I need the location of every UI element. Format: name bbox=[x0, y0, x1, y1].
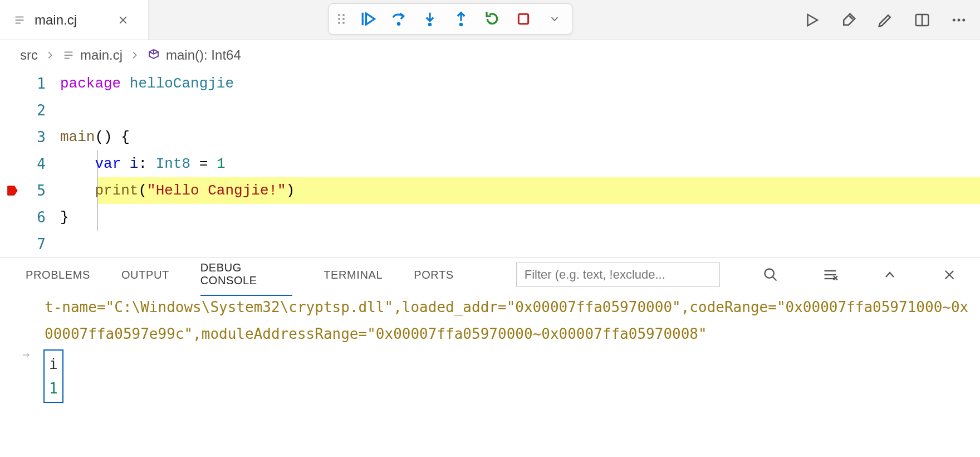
tab-filename: main.cj bbox=[35, 12, 77, 28]
step-out-button[interactable] bbox=[452, 9, 471, 28]
clear-console-icon[interactable] bbox=[821, 265, 839, 284]
svg-point-10 bbox=[342, 22, 345, 24]
breakpoint-gutter[interactable] bbox=[0, 184, 24, 197]
code-content[interactable]: print("Hello Cangjie!") bbox=[60, 182, 295, 199]
code-content[interactable]: var i: Int8 = 1 bbox=[60, 155, 226, 172]
svg-point-29 bbox=[765, 269, 773, 278]
console-eval-output: 1 bbox=[49, 376, 58, 401]
file-icon bbox=[13, 14, 26, 26]
tab-ports[interactable]: PORTS bbox=[414, 261, 454, 289]
tab-output[interactable]: OUTPUT bbox=[121, 261, 169, 289]
panel-tabs: PROBLEMS OUTPUT DEBUG CONSOLE TERMINAL P… bbox=[0, 258, 980, 291]
split-editor-button[interactable] bbox=[912, 10, 932, 30]
debug-more-button[interactable] bbox=[545, 9, 564, 28]
console-log-line: t-name="C:\Windows\System32\cryptsp.dll"… bbox=[11, 294, 969, 347]
tab-terminal[interactable]: TERMINAL bbox=[324, 261, 383, 289]
debug-console-output[interactable]: t-name="C:\Windows\System32\cryptsp.dll"… bbox=[0, 291, 980, 457]
step-into-button[interactable] bbox=[420, 9, 439, 28]
bottom-panel: PROBLEMS OUTPUT DEBUG CONSOLE TERMINAL P… bbox=[0, 257, 980, 457]
console-eval-block: i 1 bbox=[43, 349, 63, 403]
continue-button[interactable] bbox=[358, 9, 377, 28]
drag-grip-icon[interactable] bbox=[337, 12, 346, 26]
line-number: 1 bbox=[24, 75, 60, 92]
breadcrumb-symbol-label: main(): Int64 bbox=[166, 47, 241, 63]
editor-actions bbox=[802, 0, 969, 40]
run-button[interactable] bbox=[802, 10, 822, 30]
svg-rect-18 bbox=[518, 14, 528, 23]
code-content[interactable]: } bbox=[60, 209, 69, 226]
close-tab-button[interactable] bbox=[114, 11, 133, 30]
line-number: 5 bbox=[24, 182, 60, 199]
tab-debug-console[interactable]: DEBUG CONSOLE bbox=[200, 254, 292, 296]
line-number: 4 bbox=[24, 155, 60, 172]
svg-point-9 bbox=[338, 22, 340, 24]
indent-guide bbox=[97, 204, 98, 231]
console-filter-input[interactable] bbox=[516, 262, 720, 287]
tab-bar: main.cj bbox=[0, 0, 980, 40]
stop-button[interactable] bbox=[514, 9, 533, 28]
svg-marker-28 bbox=[8, 186, 17, 196]
line-number: 3 bbox=[24, 129, 60, 145]
search-icon[interactable] bbox=[762, 265, 780, 284]
code-content[interactable]: package helloCangjie bbox=[60, 75, 234, 92]
debug-toolbar bbox=[329, 3, 572, 35]
method-icon bbox=[147, 48, 160, 62]
code-content[interactable]: main() { bbox=[60, 129, 130, 145]
chevron-right-icon bbox=[130, 51, 139, 60]
svg-point-6 bbox=[342, 14, 345, 16]
code-line[interactable]: 7 bbox=[0, 231, 980, 257]
svg-marker-19 bbox=[808, 14, 818, 26]
line-number: 7 bbox=[24, 236, 60, 252]
more-actions-button[interactable] bbox=[949, 10, 969, 30]
chevron-up-icon[interactable] bbox=[881, 265, 898, 284]
svg-line-30 bbox=[772, 277, 776, 281]
svg-point-7 bbox=[338, 18, 340, 20]
prompt-arrow-icon: → bbox=[22, 347, 30, 361]
line-number: 2 bbox=[24, 102, 60, 119]
breadcrumb[interactable]: src main.cj main(): Int64 bbox=[0, 40, 980, 70]
svg-point-17 bbox=[459, 23, 463, 27]
console-eval-input: i bbox=[49, 352, 58, 376]
code-line[interactable]: 3main() { bbox=[0, 124, 980, 150]
edit-button[interactable] bbox=[875, 10, 895, 30]
tab-problems[interactable]: PROBLEMS bbox=[26, 261, 90, 289]
restart-button[interactable] bbox=[483, 9, 502, 28]
breadcrumb-file-label: main.cj bbox=[80, 47, 122, 63]
code-line[interactable]: 6} bbox=[0, 204, 980, 231]
code-line[interactable]: 4 var i: Int8 = 1 bbox=[0, 150, 980, 177]
file-icon bbox=[62, 49, 75, 61]
svg-point-5 bbox=[338, 14, 340, 16]
svg-point-24 bbox=[962, 19, 965, 22]
code-editor[interactable]: 1package helloCangjie23main() {4 var i: … bbox=[0, 70, 980, 257]
editor-tab[interactable]: main.cj bbox=[0, 0, 149, 40]
breakpoint-icon bbox=[6, 184, 18, 197]
code-line[interactable]: 1package helloCangjie bbox=[0, 70, 980, 97]
breadcrumb-file[interactable]: main.cj bbox=[62, 47, 122, 63]
svg-point-15 bbox=[428, 23, 432, 27]
svg-point-23 bbox=[958, 19, 961, 22]
svg-point-22 bbox=[953, 19, 955, 22]
breadcrumb-folder-label: src bbox=[20, 47, 38, 63]
svg-marker-12 bbox=[366, 13, 375, 25]
breadcrumb-symbol[interactable]: main(): Int64 bbox=[147, 47, 241, 63]
step-over-button[interactable] bbox=[389, 9, 408, 28]
line-number: 6 bbox=[24, 209, 60, 226]
build-button[interactable] bbox=[839, 10, 859, 30]
close-panel-icon[interactable] bbox=[940, 265, 958, 284]
breadcrumb-folder[interactable]: src bbox=[20, 47, 38, 63]
code-line[interactable]: 5 print("Hello Cangjie!") bbox=[0, 177, 980, 204]
code-line[interactable]: 2 bbox=[0, 97, 980, 124]
chevron-right-icon bbox=[46, 51, 55, 60]
svg-point-8 bbox=[342, 18, 345, 20]
svg-point-13 bbox=[397, 22, 401, 26]
